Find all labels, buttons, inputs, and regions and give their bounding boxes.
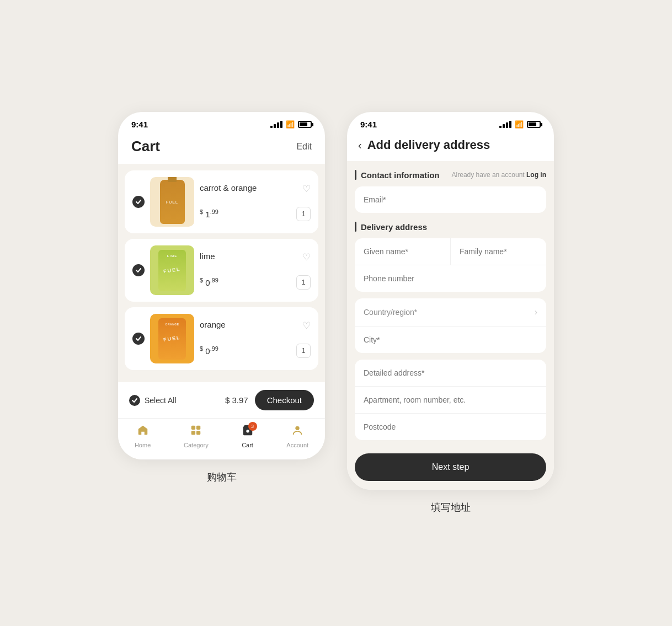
city-input[interactable] (355, 327, 546, 353)
delivery-section-header: Delivery address (355, 222, 546, 232)
apartment-input[interactable] (355, 387, 546, 414)
item-price-lime: $ 0.99 (200, 277, 218, 287)
address-battery-icon (527, 121, 541, 128)
select-all-check (129, 395, 140, 406)
svg-rect-3 (196, 431, 200, 435)
given-name-input[interactable] (355, 238, 451, 265)
home-icon (137, 424, 149, 440)
item-name-carrot: carrot & orange (200, 183, 257, 192)
address-header: ‹ Add delivery address (347, 133, 554, 161)
contact-section-title: Contact information (361, 170, 440, 180)
back-button[interactable]: ‹ (358, 139, 362, 152)
country-placeholder: Country/region* (364, 308, 417, 317)
country-city-card: Country/region* › (355, 298, 546, 353)
cart-phone: 9:41 📶 Cart Edit (118, 112, 325, 459)
item-info-carrot: carrot & orange ♡ $ 1.99 1 (200, 183, 311, 221)
address-wifi-icon: 📶 (515, 120, 524, 129)
total-checkout: $ 3.97 Checkout (225, 390, 314, 410)
item-info-lime: lime ♡ $ 0.99 1 (200, 252, 311, 290)
svg-rect-2 (191, 431, 195, 435)
nav-account-label: Account (286, 442, 308, 448)
edit-button[interactable]: Edit (296, 142, 312, 152)
next-step-button[interactable]: Next step (355, 453, 546, 481)
total-price: $ 3.97 (225, 395, 248, 405)
cart-badge: 3 (248, 422, 257, 431)
select-all-label: Select All (145, 396, 177, 405)
family-name-input[interactable] (451, 238, 546, 265)
heart-icon-lime[interactable]: ♡ (302, 252, 311, 263)
item-name-row-carrot: carrot & orange ♡ (200, 183, 311, 195)
svg-rect-0 (191, 426, 195, 430)
select-all[interactable]: Select All (129, 395, 177, 406)
item-price-orange: $ 0.99 (200, 345, 218, 356)
cart-status-icons: 📶 (270, 120, 312, 129)
nav-cart-label: Cart (242, 442, 253, 448)
item-checkbox-orange[interactable] (132, 333, 145, 345)
address-form-area: Contact information Already have an acco… (347, 161, 554, 490)
item-image-orange (150, 314, 194, 363)
heart-icon-orange[interactable]: ♡ (302, 320, 311, 331)
address-title: Add delivery address (367, 138, 490, 152)
login-link[interactable]: Log in (526, 171, 546, 179)
carrot-bottle (160, 180, 185, 224)
orange-can (158, 318, 186, 360)
nav-home-label: Home (135, 442, 151, 448)
item-info-orange: orange ♡ $ 0.99 1 (200, 320, 311, 358)
nav-cart[interactable]: 3 Cart (242, 424, 254, 448)
item-checkbox-carrot[interactable] (132, 196, 145, 208)
item-qty-carrot[interactable]: 1 (296, 207, 311, 221)
item-image-carrot (150, 177, 194, 227)
address-status-bar: 9:41 📶 (347, 112, 554, 133)
checkout-button[interactable]: Checkout (255, 390, 314, 410)
email-input[interactable] (355, 186, 546, 213)
item-price-row-orange: $ 0.99 1 (200, 344, 311, 358)
contact-section-header: Contact information Already have an acco… (355, 170, 546, 180)
name-phone-card (355, 238, 546, 292)
nav-category[interactable]: Category (184, 424, 209, 448)
nav-category-label: Category (184, 442, 209, 448)
svg-rect-1 (196, 426, 200, 430)
cart-caption: 购物车 (207, 470, 237, 484)
email-card (355, 186, 546, 213)
name-row (355, 238, 546, 265)
cart-item-lime: lime ♡ $ 0.99 1 (125, 239, 318, 302)
category-icon (190, 424, 202, 440)
address-status-icons: 📶 (499, 120, 541, 129)
address-caption: 填写地址 (431, 501, 471, 514)
battery-icon (298, 121, 312, 128)
cart-status-bar: 9:41 📶 (118, 112, 325, 133)
nav-account[interactable]: Account (286, 424, 308, 448)
item-checkbox-lime[interactable] (132, 264, 145, 276)
lime-can (158, 250, 186, 291)
country-select[interactable]: Country/region* › (355, 298, 546, 327)
item-qty-orange[interactable]: 1 (296, 344, 311, 358)
address-signal-bars (499, 121, 511, 128)
phone-input[interactable] (355, 265, 546, 292)
item-name-row-lime: lime ♡ (200, 252, 311, 263)
item-price-carrot: $ 1.99 (200, 208, 218, 219)
cart-items-area: carrot & orange ♡ $ 1.99 1 (118, 164, 325, 382)
delivery-section-title: Delivery address (361, 222, 427, 232)
address-phone-container: 9:41 📶 ‹ Add delivery ad (347, 112, 554, 514)
cart-header: Cart Edit (118, 133, 325, 164)
address-status-time: 9:41 (360, 120, 377, 129)
cart-item-orange: orange ♡ $ 0.99 1 (125, 307, 318, 370)
nav-home[interactable]: Home (135, 424, 151, 448)
item-name-lime: lime (200, 252, 215, 261)
cart-phone-container: 9:41 📶 Cart Edit (118, 112, 325, 484)
item-name-row-orange: orange ♡ (200, 320, 311, 331)
postcode-input[interactable] (355, 414, 546, 440)
account-icon (291, 424, 303, 440)
item-price-row-carrot: $ 1.99 1 (200, 207, 311, 221)
delivery-section-bar (355, 222, 356, 232)
detailed-address-card (355, 360, 546, 440)
heart-icon-carrot[interactable]: ♡ (302, 183, 311, 195)
item-qty-lime[interactable]: 1 (296, 275, 311, 290)
bottom-nav: Home Category (118, 418, 325, 459)
signal-bars (270, 121, 282, 128)
item-price-row-lime: $ 0.99 1 (200, 275, 311, 290)
item-name-orange: orange (200, 320, 226, 329)
cart-title: Cart (131, 138, 160, 155)
cart-status-time: 9:41 (131, 120, 148, 129)
detailed-address-input[interactable] (355, 360, 546, 387)
